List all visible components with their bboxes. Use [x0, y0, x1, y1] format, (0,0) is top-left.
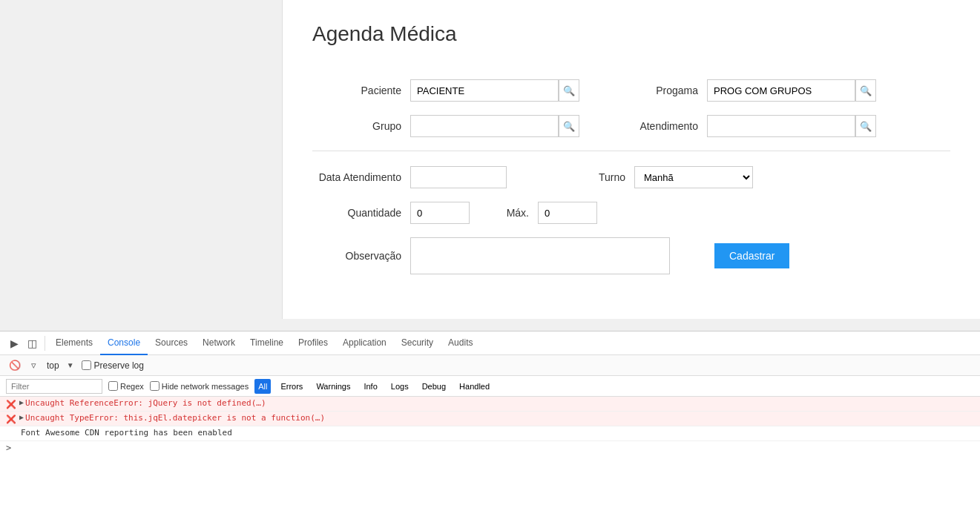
- turno-group: Turno Manhã Tarde Noite: [536, 166, 753, 188]
- grupo-input-group: 🔍: [410, 115, 579, 137]
- sidebar-area: [0, 0, 282, 319]
- main-page: Agenda Médica Paciente 🔍 Progama 🔍: [282, 0, 980, 319]
- data-label: Data Atendimento: [312, 171, 401, 183]
- grupo-group: Grupo 🔍: [312, 115, 579, 137]
- programa-group: Progama 🔍: [609, 79, 876, 102]
- grupo-label: Grupo: [312, 120, 401, 132]
- search-icon: 🔍: [860, 121, 872, 132]
- paciente-input[interactable]: [410, 79, 559, 102]
- max-input[interactable]: [538, 202, 597, 224]
- paciente-group: Paciente 🔍: [312, 79, 579, 102]
- search-icon: 🔍: [563, 85, 575, 96]
- form-divider: [312, 151, 950, 151]
- atendimento-input[interactable]: [707, 115, 855, 137]
- quantidade-label: Quantidade: [312, 207, 401, 219]
- turno-select[interactable]: Manhã Tarde Noite: [634, 166, 753, 188]
- quantidade-group: Quantidade: [312, 202, 470, 224]
- data-input[interactable]: [410, 166, 507, 188]
- observacao-textarea[interactable]: [410, 237, 670, 274]
- programa-input[interactable]: [707, 79, 855, 102]
- programa-input-group: 🔍: [707, 79, 876, 102]
- observacao-group: Observação: [312, 237, 670, 274]
- search-icon: 🔍: [860, 85, 872, 96]
- programa-search-button[interactable]: 🔍: [855, 79, 876, 102]
- atendimento-search-button[interactable]: 🔍: [855, 115, 876, 137]
- grupo-input[interactable]: [410, 115, 559, 137]
- atendimento-input-group: 🔍: [707, 115, 876, 137]
- data-group: Data Atendimento: [312, 166, 507, 188]
- max-label: Máx.: [499, 207, 529, 219]
- form-row-2: Grupo 🔍 Atendimento 🔍: [312, 115, 950, 137]
- submit-button[interactable]: Cadastrar: [714, 243, 789, 268]
- programa-label: Progama: [609, 85, 698, 96]
- paciente-search-button[interactable]: 🔍: [559, 79, 579, 102]
- paciente-input-group: 🔍: [410, 79, 579, 102]
- form-section: Paciente 🔍 Progama 🔍: [312, 68, 950, 299]
- quantidade-input[interactable]: [410, 202, 470, 224]
- grupo-search-button[interactable]: 🔍: [559, 115, 579, 137]
- atendimento-label: Atendimento: [609, 120, 698, 132]
- turno-label: Turno: [536, 171, 625, 183]
- max-group: Máx.: [499, 202, 597, 224]
- search-icon: 🔍: [563, 121, 575, 132]
- form-row-3: Data Atendimento Turno Manhã Tarde Noite: [312, 166, 950, 188]
- observacao-label: Observação: [312, 250, 401, 262]
- paciente-label: Paciente: [312, 85, 401, 96]
- form-row-5: Observação Cadastrar: [312, 237, 950, 274]
- form-row-1: Paciente 🔍 Progama 🔍: [312, 79, 950, 102]
- page-title: Agenda Médica: [312, 22, 950, 46]
- atendimento-group: Atendimento 🔍: [609, 115, 876, 137]
- form-row-4: Quantidade Máx.: [312, 202, 950, 224]
